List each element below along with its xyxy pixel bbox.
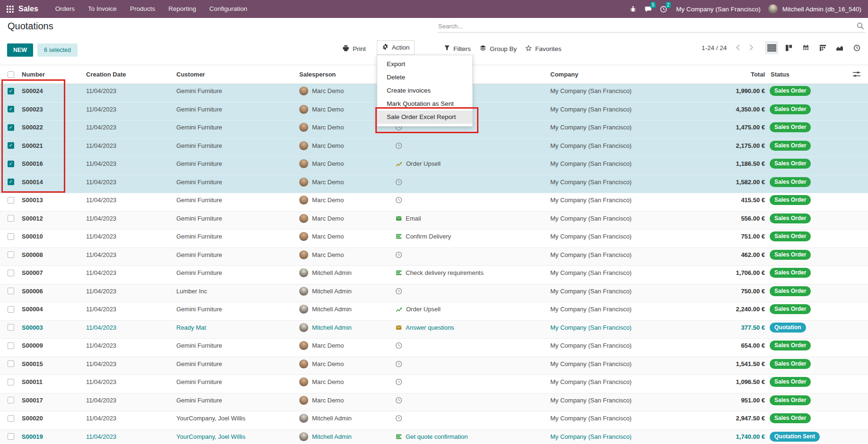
nav-menu-orders[interactable]: Orders bbox=[49, 0, 81, 18]
table-row[interactable]: S00011 11/04/2023 Gemini Furniture Marc … bbox=[0, 375, 868, 393]
filters-button[interactable]: Filters bbox=[441, 43, 474, 55]
cell-activity[interactable]: Order Upsell bbox=[392, 160, 550, 167]
activity-todo-icon[interactable] bbox=[395, 233, 402, 239]
cell-activity[interactable] bbox=[392, 378, 550, 385]
activity-email-icon[interactable] bbox=[395, 324, 402, 331]
table-row[interactable]: S00007 11/04/2023 Gemini Furniture Mitch… bbox=[0, 266, 868, 284]
pager-next-icon[interactable] bbox=[749, 44, 754, 51]
action-menu-item-create-invoices[interactable]: Create invoices bbox=[377, 84, 472, 97]
cell-activity[interactable] bbox=[392, 196, 550, 204]
row-checkbox[interactable] bbox=[8, 360, 14, 367]
row-checkbox[interactable] bbox=[8, 233, 14, 240]
activity-clock-icon[interactable] bbox=[395, 378, 402, 385]
new-button[interactable]: NEW bbox=[7, 43, 33, 57]
row-checkbox[interactable] bbox=[8, 215, 14, 222]
cell-activity[interactable] bbox=[392, 179, 550, 186]
adjust-columns-sliders-icon[interactable] bbox=[853, 71, 860, 77]
search-input[interactable]: Search... bbox=[437, 20, 865, 33]
cell-activity[interactable]: Email bbox=[392, 215, 550, 222]
user-menu[interactable]: Mitchell Admin (db_16_540) bbox=[782, 6, 861, 13]
cell-activity[interactable]: Get quote confirmation bbox=[392, 433, 550, 440]
print-button[interactable]: Print bbox=[339, 43, 369, 55]
activity-clock-icon[interactable] bbox=[395, 397, 402, 404]
view-pivot-icon[interactable] bbox=[816, 41, 829, 54]
cell-activity[interactable]: Check delivery requirements bbox=[392, 269, 550, 276]
activity-clock-icon[interactable] bbox=[395, 196, 402, 204]
cell-activity[interactable] bbox=[392, 342, 550, 349]
row-checkbox[interactable] bbox=[8, 324, 14, 331]
activity-todo-icon[interactable] bbox=[395, 434, 402, 440]
cell-activity[interactable] bbox=[392, 251, 550, 258]
view-graph-icon[interactable] bbox=[833, 41, 846, 54]
activity-todo-icon[interactable] bbox=[395, 270, 402, 276]
table-row[interactable]: S00009 11/04/2023 Gemini Furniture Marc … bbox=[0, 339, 868, 357]
cell-activity[interactable] bbox=[392, 360, 550, 367]
apps-grid-icon[interactable] bbox=[0, 6, 18, 13]
row-checkbox[interactable] bbox=[8, 288, 14, 294]
activity-clock-icon[interactable] bbox=[395, 142, 402, 149]
table-row[interactable]: S00021 11/04/2023 Gemini Furniture Marc … bbox=[0, 139, 868, 157]
row-checkbox[interactable] bbox=[8, 197, 14, 204]
header-creation-date[interactable]: Creation Date bbox=[86, 71, 176, 78]
nav-menu-configuration[interactable]: Configuration bbox=[203, 0, 254, 18]
row-checkbox[interactable] bbox=[8, 106, 14, 112]
table-row[interactable]: S00003 11/04/2023 Ready Mat Mitchell Adm… bbox=[0, 321, 868, 339]
row-checkbox[interactable] bbox=[8, 379, 14, 385]
row-checkbox[interactable] bbox=[8, 270, 14, 276]
table-row[interactable]: S00016 11/04/2023 Gemini Furniture Marc … bbox=[0, 157, 868, 175]
row-checkbox[interactable] bbox=[8, 161, 14, 167]
header-company[interactable]: Company bbox=[550, 71, 686, 78]
row-checkbox[interactable] bbox=[8, 415, 14, 422]
messages-icon[interactable]: 5 bbox=[643, 6, 653, 13]
row-checkbox[interactable] bbox=[8, 124, 14, 131]
table-row[interactable]: S00020 11/04/2023 YourCompany, Joel Will… bbox=[0, 411, 868, 430]
group-by-button[interactable]: Group By bbox=[477, 43, 520, 55]
nav-menu-products[interactable]: Products bbox=[123, 0, 162, 18]
action-menu-item-mark-quotation-as-sent[interactable]: Mark Quotation as Sent bbox=[377, 97, 472, 111]
table-row[interactable]: S00010 11/04/2023 Gemini Furniture Marc … bbox=[0, 230, 868, 248]
cell-activity[interactable] bbox=[392, 397, 550, 404]
row-checkbox[interactable] bbox=[8, 142, 14, 149]
activity-upsell-icon[interactable] bbox=[395, 306, 403, 313]
nav-menu-reporting[interactable]: Reporting bbox=[162, 0, 203, 18]
activity-clock-icon[interactable] bbox=[395, 342, 402, 349]
cell-activity[interactable] bbox=[392, 415, 550, 422]
row-checkbox[interactable] bbox=[8, 342, 14, 349]
select-all-checkbox[interactable] bbox=[8, 71, 14, 78]
header-number[interactable]: Number bbox=[22, 71, 86, 78]
view-calendar-icon[interactable] bbox=[799, 41, 812, 54]
table-row[interactable]: S00004 11/04/2023 Gemini Furniture Mitch… bbox=[0, 302, 868, 321]
row-checkbox[interactable] bbox=[8, 251, 14, 258]
app-name[interactable]: Sales bbox=[18, 5, 38, 13]
activity-clock-icon[interactable] bbox=[395, 360, 402, 367]
nav-menu-to-invoice[interactable]: To Invoice bbox=[81, 0, 123, 18]
header-total[interactable]: Total bbox=[686, 71, 765, 78]
activity-email-icon[interactable] bbox=[395, 215, 402, 222]
action-menu-item-delete[interactable]: Delete bbox=[377, 71, 472, 84]
table-row[interactable]: S00019 11/04/2023 YourCompany, Joel Will… bbox=[0, 430, 868, 444]
row-checkbox[interactable] bbox=[8, 397, 14, 403]
selected-count-chip[interactable]: 6 selected bbox=[37, 43, 78, 57]
cell-activity[interactable] bbox=[392, 288, 550, 295]
table-row[interactable]: S00013 11/04/2023 Gemini Furniture Marc … bbox=[0, 193, 868, 212]
table-row[interactable]: S00012 11/04/2023 Gemini Furniture Marc … bbox=[0, 212, 868, 230]
action-menu-item-sale-order-excel-report[interactable]: Sale Order Excel Report bbox=[377, 111, 472, 124]
activity-clock-icon[interactable] bbox=[395, 179, 402, 186]
debug-bug-icon[interactable] bbox=[628, 6, 638, 13]
row-checkbox[interactable] bbox=[8, 179, 14, 185]
row-checkbox[interactable] bbox=[8, 306, 14, 313]
activity-clock-icon[interactable] bbox=[395, 415, 402, 422]
search-icon[interactable] bbox=[857, 22, 865, 30]
activities-clock-icon[interactable]: 2 bbox=[658, 6, 668, 13]
cell-activity[interactable]: Order Upsell bbox=[392, 306, 550, 313]
company-switcher[interactable]: My Company (San Francisco) bbox=[676, 6, 761, 13]
row-checkbox[interactable] bbox=[8, 88, 14, 94]
activity-clock-icon[interactable] bbox=[395, 251, 402, 258]
action-button[interactable]: Action bbox=[377, 40, 415, 55]
row-checkbox[interactable] bbox=[8, 433, 14, 440]
favorites-button[interactable]: Favorites bbox=[522, 43, 564, 55]
table-row[interactable]: S00008 11/04/2023 Gemini Furniture Marc … bbox=[0, 248, 868, 266]
activity-upsell-icon[interactable] bbox=[395, 161, 403, 167]
action-menu-item-export[interactable]: Export bbox=[377, 58, 472, 71]
user-avatar[interactable] bbox=[768, 4, 778, 14]
